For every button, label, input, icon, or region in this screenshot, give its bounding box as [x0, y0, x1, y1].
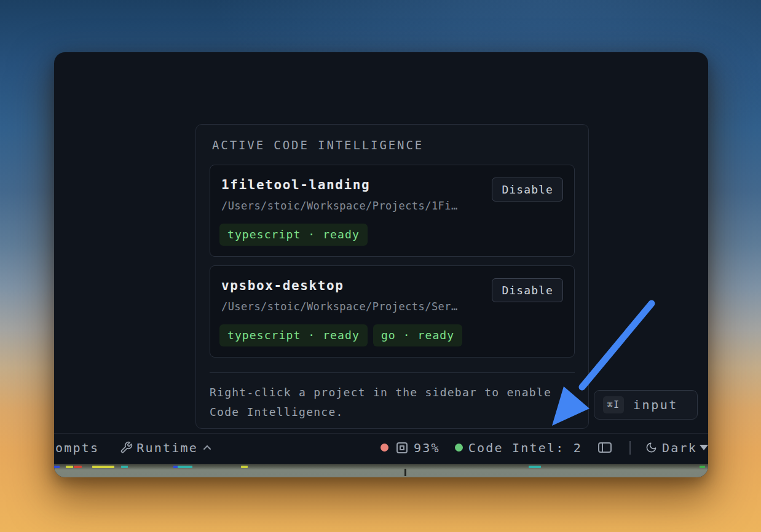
status-left-group: ompts Runtime [55, 434, 211, 461]
status-divider [629, 441, 631, 455]
project-path: /Users/stoic/Workspace/Projects/1Fi… [221, 200, 563, 212]
preview-dash [241, 466, 248, 468]
chevron-up-icon[interactable] [203, 445, 211, 450]
hint-text: Right-click a project in the sidebar to … [210, 383, 575, 422]
badge-row: typescript · ready [219, 224, 563, 246]
preview-dash [173, 466, 178, 468]
input-shortcut-box[interactable]: ⌘I input [594, 390, 698, 420]
context-window-icon [396, 442, 408, 453]
dropdown-arrow-icon[interactable] [700, 445, 708, 450]
code-intel-counter[interactable]: Code Intel: 2 [468, 440, 582, 455]
preview-dash [121, 466, 128, 468]
prompts-truncated-label[interactable]: ompts [55, 440, 99, 455]
moon-icon [645, 442, 657, 453]
preview-dash [66, 466, 73, 468]
text-cursor-mark [404, 469, 406, 476]
status-bar: ompts Runtime 93% Code Intel: 2 [54, 433, 708, 461]
preview-dash [529, 466, 541, 468]
language-status-badge: typescript · ready [219, 224, 368, 246]
status-center-group: 93% Code Intel: 2 [380, 434, 612, 461]
preview-dash [92, 466, 114, 468]
language-status-badge: go · ready [373, 324, 462, 346]
code-intel-status-dot-icon [455, 444, 463, 452]
preview-dash [178, 466, 192, 468]
preview-dash [700, 466, 705, 468]
recording-dot-icon [380, 444, 388, 452]
preview-dash [74, 466, 82, 468]
disable-button[interactable]: Disable [492, 178, 563, 201]
project-path: /Users/stoic/Workspace/Projects/Ser… [221, 300, 563, 313]
panel-divider [210, 372, 575, 373]
code-intelligence-panel: ACTIVE CODE INTELLIGENCE 1filetool-landi… [195, 124, 589, 429]
cmd-i-keycap: ⌘I [603, 396, 624, 413]
language-status-badge: typescript · ready [219, 324, 368, 346]
preview-dash [54, 466, 60, 468]
theme-selector[interactable]: Dark [662, 440, 697, 455]
context-percent[interactable]: 93% [414, 440, 440, 455]
badge-row: typescript · ready go · ready [219, 324, 563, 346]
project-card: 1filetool-landing Disable /Users/stoic/W… [210, 165, 575, 257]
hint-line-1: Right-click a project in the sidebar to … [210, 383, 575, 402]
panel-title: ACTIVE CODE INTELLIGENCE [212, 138, 575, 152]
wrench-icon [120, 441, 133, 454]
app-window: ACTIVE CODE INTELLIGENCE 1filetool-landi… [54, 52, 708, 477]
project-card: vpsbox-desktop Disable /Users/stoic/Work… [210, 265, 575, 358]
status-right-group: Dark [629, 434, 708, 461]
runtime-menu[interactable]: Runtime [136, 440, 198, 455]
disable-button[interactable]: Disable [492, 278, 563, 302]
shortcut-label: input [633, 397, 678, 412]
minimized-preview-strip [54, 464, 708, 477]
sidebar-toggle-icon[interactable] [598, 442, 612, 453]
hint-line-2: Code Intelligence. [210, 402, 575, 422]
